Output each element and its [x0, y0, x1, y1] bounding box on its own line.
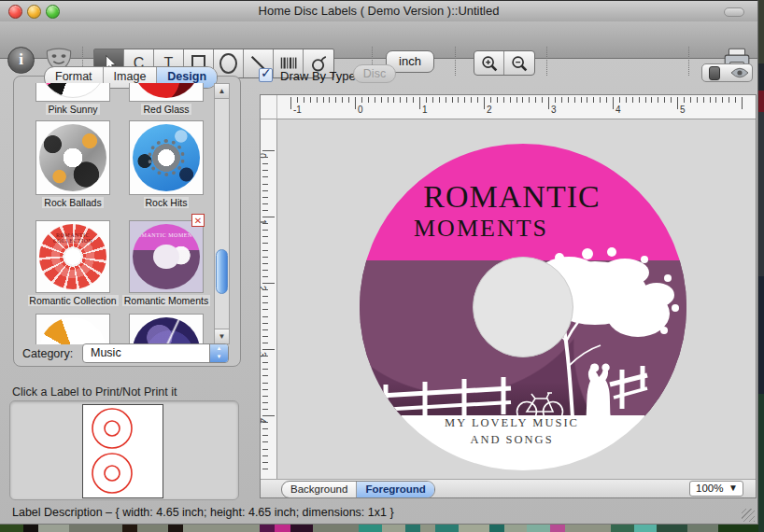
template-label: Rock Ballads: [28, 197, 118, 208]
template-scrollbar[interactable]: ▲ ▼: [214, 83, 230, 344]
zoom-level-select[interactable]: 100% ▼: [689, 481, 743, 497]
template-romantic-collection[interactable]: Romantic Collection: [35, 220, 110, 293]
draw-by-type-label: Draw By Type: [280, 69, 356, 83]
screen: Home Disc Labels ( Demo Version )::Untit…: [0, 0, 764, 532]
template-label: Romantic Collection: [28, 295, 121, 306]
toolbar-separator: [455, 47, 456, 76]
template-red-glass[interactable]: [129, 83, 204, 102]
template-list: Pink Sunny Red Glass Rock Ballads Rock H…: [28, 83, 214, 344]
h-ruler: -1012345: [277, 95, 756, 119]
template-rock-hits[interactable]: [129, 120, 204, 195]
template-romantic-moments[interactable]: Romantic Moments: [129, 220, 204, 293]
desktop-strip-right: [758, 0, 764, 532]
scroll-up-icon[interactable]: ▲: [215, 84, 229, 99]
layer-tabs: Background Foreground: [281, 481, 435, 498]
template-label: Pink Sunny: [28, 104, 118, 115]
toolbar-separator: [688, 47, 689, 76]
disc-thumbnail: [39, 83, 106, 98]
tab-background-layer[interactable]: Background: [282, 482, 357, 497]
resize-grip[interactable]: [742, 509, 755, 522]
toolbar: i C T: [0, 21, 757, 59]
toolbar-separator: [546, 47, 547, 76]
disc-title-line1: ROMANTIC: [360, 179, 664, 215]
titlebar[interactable]: Home Disc Labels ( Demo Version )::Untit…: [0, 1, 757, 21]
scroll-down-icon[interactable]: ▼: [215, 329, 229, 343]
zoom-in-icon[interactable]: [474, 51, 504, 75]
template-label: Rock Hits: [121, 197, 211, 208]
canvas-frame: -1012345 01234: [260, 94, 757, 498]
disc-center-hole: [473, 257, 573, 357]
stepper-icon[interactable]: ▲▼: [209, 344, 228, 362]
disc-design[interactable]: ROMANTIC MOMENTS MY LOVELY MUSIC AND SON…: [360, 144, 686, 470]
label-outline-top: [92, 409, 132, 448]
disc-title-line2: MOMENTS: [414, 215, 548, 243]
template-rock-ballads[interactable]: [35, 120, 110, 195]
disc-caption-line2: AND SONGS: [360, 433, 664, 447]
disc-caption-line1: MY LOVELY MUSIC: [360, 416, 664, 430]
v-ruler: 01234: [261, 119, 277, 479]
scrollbar-thumb[interactable]: [216, 249, 228, 294]
desktop-strip-bottom: [0, 525, 764, 532]
label-canvas[interactable]: ROMANTIC MOMENTS MY LOVELY MUSIC AND SON…: [277, 119, 756, 479]
template-thumbnail-partial[interactable]: [35, 314, 110, 344]
thumbnail-title: Romantic Moments: [133, 232, 200, 238]
toolbar-toggle-button[interactable]: [724, 7, 744, 17]
zoom-level-value: 100%: [696, 483, 723, 494]
eye-icon: [730, 67, 749, 78]
disc-thumbnail: Romantic Moments: [133, 224, 200, 289]
info-icon[interactable]: i: [7, 47, 35, 74]
print-page[interactable]: [82, 404, 163, 498]
label-outline-bottom: [92, 454, 132, 493]
category-label: Category:: [22, 347, 73, 360]
dropdown-arrow-icon: ▼: [729, 483, 738, 493]
preview-button[interactable]: [727, 63, 753, 82]
zoom-out-icon[interactable]: [504, 51, 534, 75]
disc-thumbnail: [39, 124, 106, 191]
zoom-buttons: [474, 50, 535, 76]
case-view-button[interactable]: [701, 63, 728, 82]
template-thumbnail-partial[interactable]: [129, 314, 204, 344]
template-label: Romantic Moments: [121, 295, 211, 306]
ellipse-tool-icon[interactable]: [214, 49, 244, 77]
thumbnail-title: Romantic Collection: [39, 232, 106, 244]
case-icon: [709, 66, 720, 80]
category-select[interactable]: Music ▲▼: [82, 343, 229, 363]
label-description: Label Description – { width: 4.65 inch; …: [12, 506, 394, 519]
disc-button[interactable]: Disc: [353, 64, 396, 83]
disc-thumbnail: Romantic Collection: [39, 224, 106, 289]
draw-by-type-checkbox[interactable]: ✓: [259, 68, 273, 82]
check-icon: ✓: [261, 65, 272, 80]
window-title: Home Disc Labels ( Demo Version )::Untit…: [0, 4, 757, 18]
canvas-bottom-bar: Background Foreground 100% ▼: [261, 479, 756, 497]
template-pink-sunny[interactable]: [35, 83, 110, 102]
app-window: Home Disc Labels ( Demo Version )::Untit…: [0, 0, 758, 525]
tab-foreground-layer[interactable]: Foreground: [357, 482, 434, 497]
disc-thumbnail: [39, 317, 106, 344]
template-label: Red Glass: [121, 104, 211, 115]
status-bar: Label Description – { width: 4.65 inch; …: [0, 500, 757, 525]
print-hint-label: Click a Label to Print/Not Print it: [12, 385, 177, 399]
disc-thumbnail: [133, 124, 200, 191]
remove-template-badge[interactable]: ✕: [191, 214, 205, 227]
disc-thumbnail: [133, 83, 200, 98]
disc-thumbnail: [133, 317, 200, 344]
print-preview: [9, 400, 239, 500]
category-value: Music: [91, 346, 121, 359]
ruler-corner: [261, 95, 277, 119]
